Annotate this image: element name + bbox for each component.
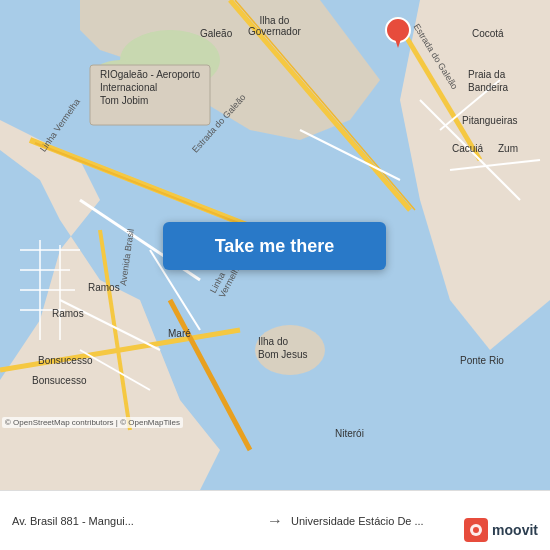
moovit-icon (464, 518, 488, 542)
app: Ilha doGovernador Galeão RIOgaleão - Aer… (0, 0, 550, 550)
svg-rect-23 (90, 65, 210, 125)
moovit-logo: moovit (464, 518, 538, 542)
take-me-there-button[interactable]: Take me there (163, 222, 386, 270)
map-container: Ilha doGovernador Galeão RIOgaleão - Aer… (0, 0, 550, 490)
arrow-icon: → (267, 512, 283, 530)
map-attribution: © OpenStreetMap contributors | © OpenMap… (2, 417, 183, 428)
from-location: Av. Brasil 881 - Mangui... (12, 515, 259, 527)
svg-point-33 (473, 527, 479, 533)
svg-point-5 (255, 325, 325, 375)
bottom-bar: Av. Brasil 881 - Mangui... → Universidad… (0, 490, 550, 550)
moovit-text: moovit (492, 522, 538, 538)
